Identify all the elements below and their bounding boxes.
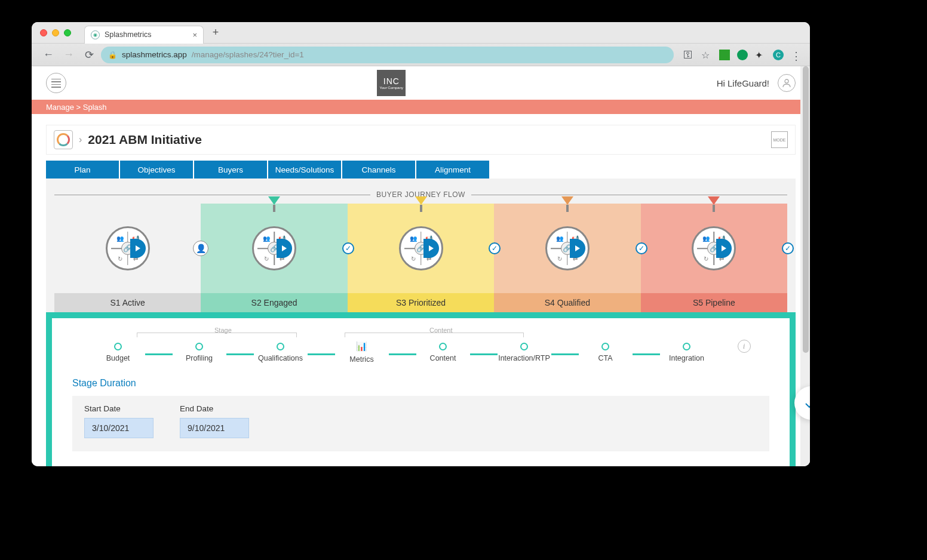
logo-text: INC [383, 76, 400, 86]
stage-label-4[interactable]: S4 Qualified [494, 293, 640, 312]
stage-node-5[interactable]: 👥📢↻⇄ 🔗 [692, 226, 736, 270]
end-date-label: End Date [180, 404, 249, 413]
step-budget[interactable]: Budget [91, 343, 145, 362]
menu-button[interactable] [46, 73, 66, 93]
stage-node-1[interactable]: 👥📢↻⇄ 🔗 [106, 226, 150, 270]
funnel-icon [561, 196, 573, 205]
step-integration[interactable]: Integration [660, 343, 714, 362]
bookmark-icon[interactable]: ☆ [701, 50, 712, 60]
splash-icon [54, 130, 73, 149]
stage-col-1: 👥📢↻⇄ 🔗 👤 [54, 204, 201, 293]
end-date-input[interactable]: 9/10/2021 [180, 418, 249, 438]
play-icon [570, 239, 585, 258]
stage-label-5[interactable]: S5 Pipeline [641, 293, 787, 312]
tab-objectives[interactable]: Objectives [120, 161, 193, 179]
tab-channels[interactable]: Channels [342, 161, 415, 179]
funnel-icon [268, 196, 280, 205]
stage-check-2[interactable]: ✓ [342, 242, 354, 254]
tab-buyers[interactable]: Buyers [194, 161, 267, 179]
stage-label-2[interactable]: S2 Engaged [201, 293, 347, 312]
close-window-button[interactable] [40, 29, 47, 36]
tab-needs-solutions[interactable]: Needs/Solutions [268, 161, 341, 179]
stage-label-3[interactable]: S3 Prioritized [348, 293, 494, 312]
step-profiling[interactable]: Profiling [173, 343, 226, 362]
funnel-icon [708, 196, 720, 205]
extension-1-icon[interactable] [719, 50, 730, 60]
stage-check-4[interactable]: ✓ [636, 242, 647, 254]
stage-duration-heading: Stage Duration [72, 378, 769, 389]
extension-2-icon[interactable] [737, 50, 748, 60]
user-connector-icon: 👤 [193, 241, 208, 256]
url-host: splashmetrics.app [122, 50, 187, 59]
stage-col-5: 👥📢↻⇄ 🔗 ✓ [641, 204, 787, 293]
start-date-label: Start Date [84, 404, 154, 413]
browser-toolbar: ← → ⟳ 🔒 splashmetrics.app/manage/splashe… [32, 44, 810, 66]
hamburger-icon [51, 79, 61, 88]
chevron-right-icon: › [79, 134, 82, 145]
app-viewport: INC Your Company Hi LifeGuard! Manage > … [32, 66, 810, 466]
company-logo: INC Your Company [377, 70, 406, 96]
step-cta[interactable]: CTA [579, 343, 633, 362]
logo-subtext: Your Company [380, 86, 403, 90]
titlebar: ◉ Splashmetrics × + [32, 22, 810, 44]
breadcrumb-text: Manage > Splash [46, 103, 107, 112]
step-interaction-rtp[interactable]: Interaction/RTP [498, 343, 551, 362]
breadcrumb: Manage > Splash [32, 100, 810, 114]
chart-icon: 📊 [356, 341, 367, 352]
info-button[interactable]: i [738, 340, 751, 353]
section-tabs: Plan Objectives Buyers Needs/Solutions C… [46, 161, 796, 179]
step-metrics[interactable]: 📊Metrics [335, 341, 389, 364]
address-bar[interactable]: 🔒 splashmetrics.app/manage/splashes/24?t… [101, 47, 674, 63]
profile-avatar-icon[interactable]: C [773, 50, 784, 60]
tab-plan[interactable]: Plan [46, 161, 119, 179]
play-icon [423, 239, 439, 258]
stage-labels: S1 Active S2 Engaged S3 Prioritized S4 Q… [54, 293, 787, 312]
play-icon [130, 239, 146, 258]
stage-node-4[interactable]: 👥📢↻⇄ 🔗 [545, 226, 590, 270]
content-area: › 2021 ABM Initiative MODE Plan Objectiv… [32, 114, 810, 466]
stage-check-5[interactable]: ✓ [782, 242, 794, 254]
stage-col-3: 👥📢↻⇄ 🔗 ✓ [348, 204, 494, 293]
forward-button[interactable]: → [60, 48, 77, 61]
stage-node-3[interactable]: 👥📢↻⇄ 🔗 [399, 226, 443, 270]
confirm-fab-button[interactable] [794, 386, 810, 420]
scrollbar-thumb[interactable] [803, 66, 809, 353]
mode-toggle-button[interactable]: MODE [771, 131, 788, 148]
browser-window: ◉ Splashmetrics × + ← → ⟳ 🔒 splashmetric… [32, 22, 810, 466]
user-icon [782, 78, 791, 88]
user-avatar-button[interactable] [778, 74, 796, 92]
stage-check-3[interactable]: ✓ [489, 242, 501, 254]
maximize-window-button[interactable] [64, 29, 71, 36]
new-tab-button[interactable]: + [208, 26, 223, 40]
step-qualifications[interactable]: Qualifications [254, 343, 308, 362]
extensions-menu-icon[interactable]: ✦ [755, 50, 766, 60]
reload-button[interactable]: ⟳ [81, 48, 97, 61]
app-header: INC Your Company Hi LifeGuard! [32, 66, 810, 100]
stepper: Stage Content Budget Profiling Qualifica… [72, 329, 769, 364]
check-icon [802, 394, 810, 412]
buyer-journey-flow: BUYER JOURNEY FLOW 👥📢↻⇄ 🔗 👤 [46, 179, 796, 312]
tab-alignment[interactable]: Alignment [416, 161, 489, 179]
close-tab-button[interactable]: × [192, 30, 197, 39]
page-title: 2021 ABM Initiative [88, 133, 202, 147]
play-icon [277, 239, 292, 258]
stage-col-4: 👥📢↻⇄ 🔗 ✓ [494, 204, 640, 293]
stage-col-2: 👥📢↻⇄ 🔗 ✓ [201, 204, 347, 293]
user-greeting-area: Hi LifeGuard! [717, 74, 796, 92]
page-title-bar: › 2021 ABM Initiative MODE [46, 125, 796, 155]
start-date-input[interactable]: 3/10/2021 [84, 418, 154, 438]
step-content[interactable]: Content [416, 343, 470, 362]
extension-icons: ⚿ ☆ ✦ C ⋮ [683, 50, 802, 60]
stage-label-1[interactable]: S1 Active [54, 293, 201, 312]
key-icon[interactable]: ⚿ [683, 50, 694, 60]
back-button[interactable]: ← [40, 48, 57, 61]
browser-menu-icon[interactable]: ⋮ [791, 50, 802, 60]
stages-row: 👥📢↻⇄ 🔗 👤 👥📢↻⇄ 🔗 ✓ [54, 204, 787, 293]
favicon-icon: ◉ [91, 30, 100, 39]
traffic-lights [40, 29, 71, 36]
minimize-window-button[interactable] [52, 29, 59, 36]
stage-detail-panel: Stage Content Budget Profiling Qualifica… [46, 312, 796, 466]
tab-title: Splashmetrics [105, 30, 188, 39]
browser-tab[interactable]: ◉ Splashmetrics × [84, 26, 204, 44]
stage-node-2[interactable]: 👥📢↻⇄ 🔗 [252, 226, 296, 270]
